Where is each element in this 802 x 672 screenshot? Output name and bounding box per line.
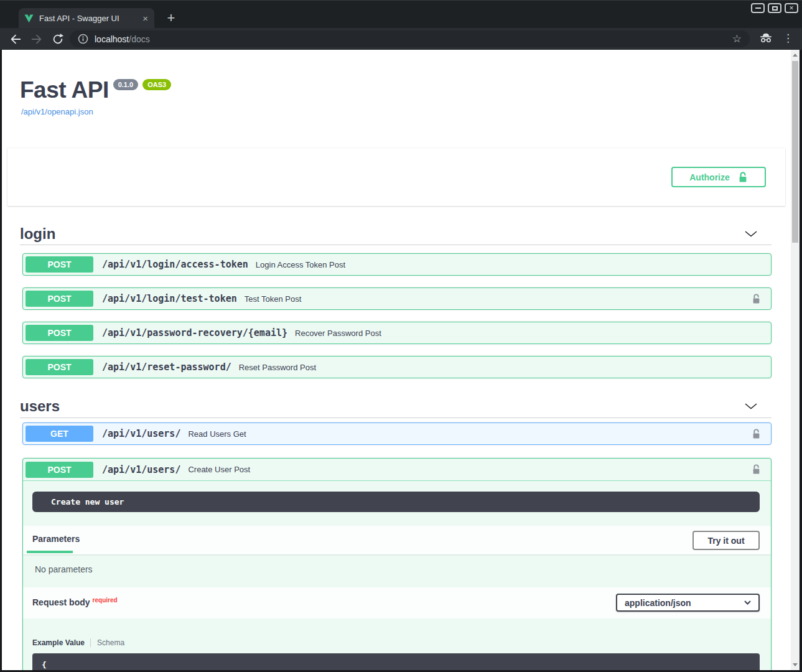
scheme-container: Authorize [7, 148, 785, 206]
auth-lock-button[interactable] [752, 464, 761, 475]
operation-row[interactable]: POST /api/v1/login/access-token Login Ac… [22, 253, 772, 276]
endpoint-summary: Test Token Post [245, 294, 302, 304]
endpoint-summary: Create User Post [188, 465, 250, 474]
titlebar: Fast API - Swagger UI × + × [0, 0, 802, 28]
scrollbar-up-arrow[interactable] [793, 54, 798, 57]
url-path: /docs [129, 34, 149, 44]
browser-toolbar: localhost/docs ☆ ⋮ [0, 28, 802, 50]
operation-row[interactable]: POST /api/v1/password-recovery/{email} R… [22, 322, 772, 344]
endpoint-path: /api/v1/login/test-token [102, 293, 237, 304]
back-button[interactable] [9, 32, 22, 46]
model-example-tabs: Example Value Schema [32, 638, 124, 647]
url-text[interactable]: localhost/docs [95, 34, 150, 44]
back-icon [12, 35, 21, 44]
example-code-block[interactable]: { [32, 653, 760, 670]
media-type-value: application/json [625, 598, 691, 608]
url-host: localhost [95, 34, 129, 44]
authorize-label: Authorize [689, 172, 730, 182]
operation-row[interactable]: POST /api/v1/login/test-token Test Token… [22, 287, 772, 310]
page-title: Fast API [20, 77, 109, 103]
incognito-icon [760, 33, 772, 45]
openapi-spec-link[interactable]: /api/v1/openapi.json [21, 107, 93, 116]
tab-example-value[interactable]: Example Value [32, 638, 85, 647]
method-badge: POST [26, 256, 93, 273]
address-bar[interactable]: localhost/docs ☆ [70, 30, 750, 47]
tag-name: users [20, 398, 60, 415]
unlocked-padlock-icon [752, 294, 761, 304]
reload-icon [60, 34, 63, 37]
method-badge: GET [26, 426, 93, 442]
tab-title: Fast API - Swagger UI [39, 14, 139, 23]
forward-icon [32, 35, 41, 44]
auth-lock-button[interactable] [752, 429, 761, 439]
minimize-button[interactable] [751, 3, 765, 13]
browser-menu-icon[interactable]: ⋮ [783, 32, 793, 45]
endpoint-path: /api/v1/users/ [102, 428, 180, 439]
endpoint-summary: Login Access Token Post [256, 260, 345, 269]
method-badge: POST [26, 462, 93, 478]
try-it-out-button[interactable]: Try it out [692, 531, 760, 550]
unlocked-padlock-icon [752, 464, 761, 475]
request-body-text: Request body [32, 597, 90, 607]
site-info-icon[interactable] [78, 34, 88, 44]
operation-summary[interactable]: POST /api/v1/users/ Create User Post [23, 459, 771, 481]
chevron-down-icon [744, 231, 758, 237]
method-badge: POST [26, 291, 93, 307]
new-tab-button[interactable]: + [162, 9, 180, 27]
reload-button[interactable] [51, 32, 65, 46]
method-badge: POST [26, 325, 93, 341]
unlocked-padlock-icon [752, 429, 761, 439]
window-controls: × [751, 3, 798, 13]
endpoint-path: /api/v1/login/access-token [102, 259, 248, 270]
tab-close-icon[interactable]: × [142, 13, 148, 24]
endpoint-path: /api/v1/password-recovery/{email} [102, 327, 287, 338]
no-parameters-text: No parameters [35, 564, 93, 574]
auth-lock-button[interactable] [752, 294, 761, 304]
tag-name: login [20, 225, 55, 243]
parameters-header: Parameters Try it out [23, 526, 771, 554]
endpoint-path: /api/v1/reset-password/ [102, 362, 231, 373]
chevron-down-icon [744, 600, 751, 605]
media-type-select[interactable]: application/json [616, 594, 760, 612]
tag-section-login[interactable]: login [20, 223, 772, 245]
active-tab-underline [27, 551, 73, 553]
chevron-down-icon [744, 403, 758, 409]
authorize-button[interactable]: Authorize [671, 167, 766, 187]
request-body-section: Request bodyrequired application/json [23, 587, 771, 618]
scrollbar-down-arrow[interactable] [793, 663, 798, 666]
bookmark-star-icon[interactable]: ☆ [732, 32, 742, 45]
tag-section-users[interactable]: users [20, 395, 772, 418]
browser-tab[interactable]: Fast API - Swagger UI × [19, 8, 154, 29]
operation-block-expanded: POST /api/v1/users/ Create User Post Cre… [22, 458, 772, 670]
tab-schema[interactable]: Schema [90, 638, 124, 647]
version-badge: 0.1.0 [113, 79, 138, 90]
favicon-icon [24, 14, 34, 23]
page-scrollbar[interactable] [791, 50, 800, 670]
parameters-tab: Parameters [32, 534, 80, 544]
endpoint-summary: Read Users Get [188, 429, 246, 439]
minimize-icon [755, 7, 761, 9]
method-badge: POST [26, 359, 93, 375]
close-button[interactable]: × [785, 3, 798, 13]
required-flag: required [93, 597, 118, 604]
endpoint-summary: Reset Password Post [239, 363, 316, 372]
scrollbar-thumb[interactable] [792, 61, 798, 243]
oas-badge: OAS3 [142, 79, 171, 90]
operation-description: Create new user [32, 492, 760, 512]
operation-row[interactable]: POST /api/v1/reset-password/ Reset Passw… [22, 356, 772, 378]
endpoint-path: /api/v1/users/ [102, 464, 180, 475]
request-body-label: Request bodyrequired [32, 597, 118, 607]
maximize-button[interactable] [768, 3, 781, 13]
endpoint-summary: Recover Password Post [295, 329, 381, 338]
swagger-page: Fast API0.1.0OAS3 /api/v1/openapi.json A… [2, 50, 791, 670]
unlocked-padlock-icon [738, 172, 748, 183]
browser-window: Fast API - Swagger UI × + × localhost/do… [0, 0, 802, 672]
forward-button[interactable] [30, 32, 44, 46]
maximize-icon [772, 6, 778, 11]
api-header: Fast API0.1.0OAS3 [20, 77, 171, 103]
operation-row[interactable]: GET /api/v1/users/ Read Users Get [22, 422, 772, 445]
